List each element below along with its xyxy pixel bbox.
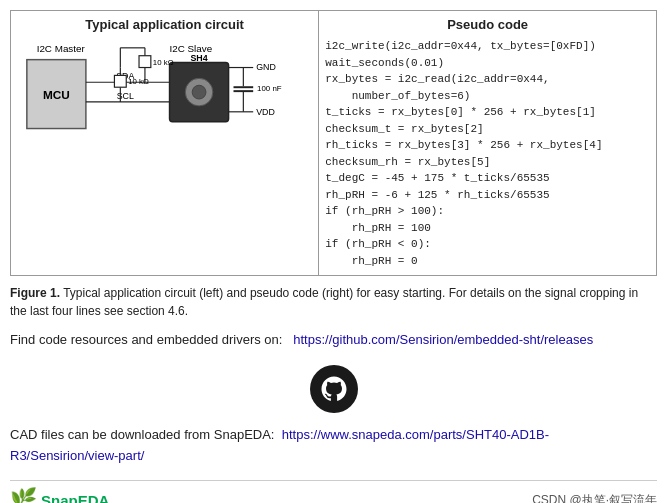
cad-files-section: CAD files can be downloaded from SnapEDA… (10, 425, 657, 467)
cap-label: 100 nF (257, 84, 282, 93)
pseudo-code-block: i2c_write(i2c_addr=0x44, tx_bytes=[0xFD]… (325, 38, 650, 269)
figure-text: Typical application circuit (left) and p… (10, 286, 638, 318)
figure-caption: Figure 1. Typical application circuit (l… (10, 284, 657, 320)
circuit-panel-title: Typical application circuit (17, 17, 312, 32)
vdd-label: VDD (256, 107, 275, 117)
cad-files-text: CAD files can be downloaded from SnapEDA… (10, 427, 274, 442)
github-icon[interactable] (310, 365, 358, 413)
circuit-diagram: I2C Master I2C Slave MCU SDA SCL SH4 GND (17, 38, 312, 195)
sh4-label: SH4 (190, 53, 207, 63)
r2-label: 10 kΩ (128, 77, 149, 86)
r2-box (114, 75, 126, 87)
snapeda-logo-text: SnapEDA (41, 492, 109, 503)
sh4-inner (192, 85, 206, 99)
figure-label: Figure 1. (10, 286, 60, 300)
pseudo-panel-title: Pseudo code (325, 17, 650, 32)
find-code-text: Find code resources and embedded drivers… (10, 332, 282, 347)
snap-leaf-icon: 🌿 (10, 487, 37, 503)
pseudo-panel: Pseudo code i2c_write(i2c_addr=0x44, tx_… (319, 11, 656, 275)
footer-right-text: CSDN @执笔·叙写流年 (532, 492, 657, 503)
mcu-label: MCU (43, 88, 70, 102)
scl-label: SCL (117, 91, 134, 101)
gnd-label: GND (256, 62, 276, 72)
find-code-link[interactable]: https://github.com/Sensirion/embedded-sh… (293, 332, 593, 347)
circuit-panel: Typical application circuit I2C Master I… (11, 11, 319, 275)
snapeda-logo: 🌿 SnapEDA (10, 487, 109, 503)
i2c-master-label: I2C Master (37, 43, 86, 54)
r1-box (139, 56, 151, 68)
r1-label: 10 kΩ (153, 58, 174, 67)
find-code-section: Find code resources and embedded drivers… (10, 330, 657, 351)
github-svg (319, 374, 349, 404)
footer: 🌿 SnapEDA CSDN @执笔·叙写流年 (10, 480, 657, 503)
top-section: Typical application circuit I2C Master I… (10, 10, 657, 276)
github-section (10, 365, 657, 413)
